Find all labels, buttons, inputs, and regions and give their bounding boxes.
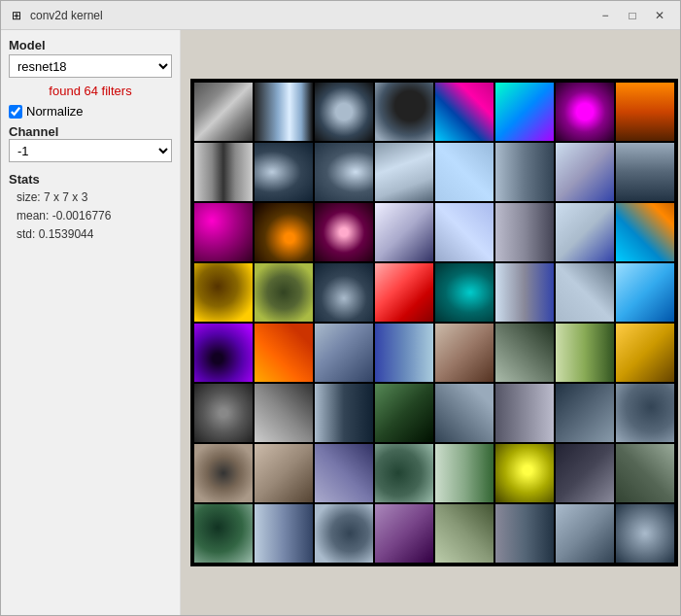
filter-63	[616, 504, 674, 563]
filter-37	[495, 324, 554, 382]
close-button[interactable]: ✕	[647, 6, 672, 25]
filter-49	[255, 444, 313, 502]
filter-32	[194, 324, 253, 382]
filter-31	[616, 263, 674, 322]
sidebar: Model resnet18 resnet34 resnet50 vgg16 f…	[1, 30, 181, 615]
filter-18	[315, 203, 373, 261]
filter-29	[495, 263, 554, 322]
filter-41	[255, 384, 313, 442]
title-bar: ⊞ conv2d kernel − □ ✕	[1, 1, 680, 30]
minimize-button[interactable]: −	[593, 6, 618, 25]
filter-54	[556, 444, 614, 502]
filter-42	[315, 384, 373, 442]
filter-50	[315, 444, 373, 502]
filter-61	[495, 504, 554, 563]
channel-select[interactable]: -1 0 1 2	[9, 139, 172, 162]
model-select[interactable]: resnet18 resnet34 resnet50 vgg16	[9, 54, 172, 78]
filter-46	[556, 384, 614, 442]
filter-9	[255, 143, 313, 201]
stats-mean: mean: -0.0016776	[9, 207, 172, 225]
filter-14	[556, 143, 614, 201]
filter-3	[375, 83, 433, 141]
filter-55	[616, 444, 674, 502]
filter-45	[495, 384, 554, 442]
filter-22	[556, 203, 614, 261]
filter-59	[375, 504, 433, 563]
filter-47	[616, 384, 674, 442]
window-title: conv2d kernel	[30, 9, 593, 22]
normalize-checkbox[interactable]	[9, 105, 22, 119]
filter-56	[194, 504, 253, 563]
filter-24	[194, 263, 253, 322]
filter-25	[255, 263, 313, 322]
filter-58	[315, 504, 373, 563]
filter-36	[435, 324, 494, 382]
filter-1	[255, 83, 313, 141]
filter-35	[375, 324, 433, 382]
filter-10	[315, 143, 373, 201]
content-area: Model resnet18 resnet34 resnet50 vgg16 f…	[1, 30, 680, 615]
filter-21	[495, 203, 554, 261]
filter-57	[255, 504, 313, 563]
filter-33	[255, 324, 313, 382]
filter-48	[194, 444, 253, 502]
stats-section: Stats size: 7 x 7 x 3 mean: -0.0016776 s…	[9, 172, 172, 245]
filter-15	[616, 143, 674, 201]
found-filters-text: found 64 filters	[9, 84, 172, 98]
filter-grid-container	[190, 79, 678, 566]
channel-section: Channel -1 0 1 2	[9, 124, 172, 162]
model-section: Model resnet18 resnet34 resnet50 vgg16	[9, 38, 172, 78]
filter-2	[315, 83, 373, 141]
filter-11	[375, 143, 433, 201]
filter-62	[556, 504, 614, 563]
normalize-row: Normalize	[9, 104, 172, 119]
filter-51	[375, 444, 433, 502]
filter-17	[255, 203, 313, 261]
filter-27	[375, 263, 433, 322]
filter-12	[435, 143, 494, 201]
filter-13	[495, 143, 554, 201]
stats-size: size: 7 x 7 x 3	[9, 188, 172, 207]
normalize-label[interactable]: Normalize	[26, 104, 84, 119]
window-icon: ⊞	[9, 8, 24, 23]
model-section-label: Model	[9, 38, 172, 52]
title-bar-controls: − □ ✕	[593, 6, 672, 25]
filter-7	[616, 83, 674, 141]
filter-26	[315, 263, 373, 322]
filter-8	[194, 143, 253, 201]
filter-60	[435, 504, 494, 563]
stats-section-label: Stats	[9, 172, 172, 187]
filter-44	[435, 384, 494, 442]
filter-43	[375, 384, 433, 442]
main-area	[181, 30, 680, 615]
filter-40	[194, 384, 253, 442]
stats-std: std: 0.1539044	[9, 225, 172, 244]
filter-39	[616, 324, 674, 382]
filter-53	[495, 444, 554, 502]
filter-4	[435, 83, 494, 141]
filter-52	[435, 444, 494, 502]
filter-20	[435, 203, 494, 261]
filter-23	[616, 203, 674, 261]
filter-28	[435, 263, 494, 322]
main-window: ⊞ conv2d kernel − □ ✕ Model resnet18 res…	[0, 0, 681, 616]
filter-6	[556, 83, 614, 141]
filter-grid	[194, 83, 674, 563]
channel-section-label: Channel	[9, 124, 172, 139]
filter-5	[495, 83, 554, 141]
filter-0	[194, 83, 253, 141]
filter-38	[556, 324, 614, 382]
maximize-button[interactable]: □	[620, 6, 645, 25]
filter-19	[375, 203, 433, 261]
filter-16	[194, 203, 253, 261]
filter-34	[315, 324, 373, 382]
filter-30	[556, 263, 614, 322]
